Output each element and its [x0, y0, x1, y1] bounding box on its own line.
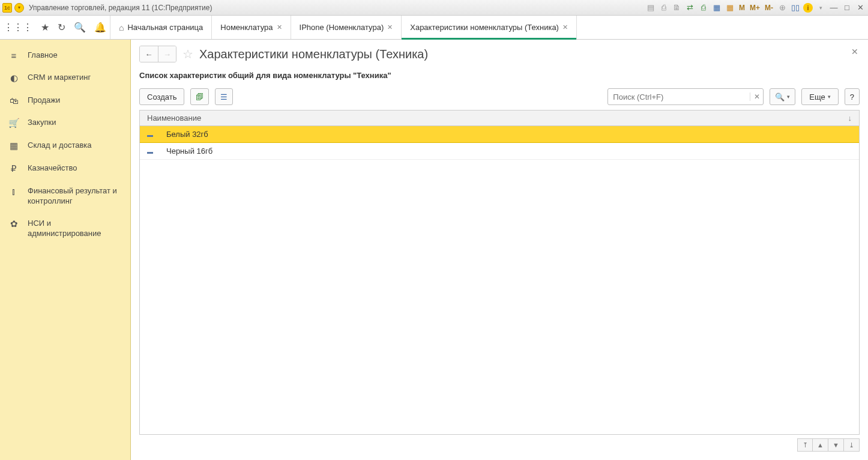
- scroll-down-button[interactable]: ▼: [828, 438, 844, 452]
- forward-button[interactable]: →: [158, 46, 176, 62]
- sidebar-item[interactable]: ▦Склад и доставка: [0, 135, 130, 157]
- sidebar-item-label: Продажи: [28, 95, 60, 106]
- column-name-header: Наименование: [147, 113, 848, 123]
- sidebar-item-label: НСИ и администрирование: [28, 219, 122, 239]
- sidebar-item-icon: 🛍: [8, 95, 19, 106]
- sidebar-item-icon: ≡: [8, 50, 19, 61]
- close-window-button[interactable]: ✕: [855, 2, 866, 13]
- notifications-icon[interactable]: 🔔: [94, 22, 106, 33]
- sidebar-item-icon: ⫿: [8, 186, 19, 196]
- close-page-button[interactable]: ✕: [851, 47, 858, 56]
- sidebar-item[interactable]: ✿НСИ и администрирование: [0, 213, 130, 245]
- scroll-up-button[interactable]: ▲: [813, 438, 828, 452]
- tab-close-icon[interactable]: ✕: [562, 23, 568, 31]
- print2-icon[interactable]: ⎙: [698, 2, 709, 13]
- page-subtitle: Список характеристик общий для вида номе…: [139, 71, 860, 80]
- calendar-icon[interactable]: ▦: [725, 2, 735, 13]
- tab-close-icon[interactable]: ✕: [277, 23, 282, 31]
- tab[interactable]: Характеристики номенклатуры (Техника)✕: [402, 16, 577, 39]
- sidebar-item-label: Склад и доставка: [28, 141, 92, 151]
- home-icon: ⌂: [119, 23, 124, 32]
- nav-icons: ⋮⋮⋮ ★ ↻ 🔍 🔔: [0, 16, 110, 39]
- app-logo-icon: 1c: [2, 3, 12, 13]
- more-button[interactable]: Еще ▾: [801, 88, 838, 105]
- sidebar-item[interactable]: ⫿Финансовый результат и контроллинг: [0, 180, 130, 213]
- panels-icon[interactable]: ▯▯: [790, 2, 801, 13]
- search-box: ✕: [607, 88, 764, 105]
- document-icon[interactable]: 🗎: [672, 2, 683, 13]
- tab-label: Номенклатура: [220, 23, 273, 32]
- m-minus-button[interactable]: M-: [764, 2, 774, 13]
- sidebar-item[interactable]: ◐CRM и маркетинг: [0, 67, 130, 89]
- sidebar: ≡Главное◐CRM и маркетинг🛍Продажи🛒Закупки…: [0, 40, 131, 460]
- favorite-page-icon[interactable]: ☆: [182, 47, 193, 61]
- favorite-icon[interactable]: ★: [41, 22, 49, 33]
- maximize-button[interactable]: □: [842, 2, 852, 13]
- tab[interactable]: ⌂Начальная страница: [110, 16, 212, 39]
- calculator-icon[interactable]: ▦: [711, 2, 722, 13]
- sidebar-item-icon: 🛒: [8, 118, 19, 129]
- page-header: ← → ☆ Характеристики номенклатуры (Техни…: [139, 46, 860, 62]
- sidebar-item-icon: ✿: [8, 219, 19, 229]
- create-button-label: Создать: [147, 92, 176, 101]
- m-button[interactable]: M: [738, 2, 746, 13]
- info-icon[interactable]: i: [803, 3, 813, 13]
- scroll-bottom-button[interactable]: ⤓: [844, 438, 860, 452]
- table-row[interactable]: Черный 16гб: [140, 143, 859, 160]
- table-header[interactable]: Наименование ↓: [140, 110, 859, 126]
- copy-button[interactable]: 🗐: [190, 88, 209, 105]
- create-button[interactable]: Создать: [139, 88, 184, 105]
- content-area: ✕ ← → ☆ Характеристики номенклатуры (Тех…: [131, 40, 868, 460]
- tab-label: IPhone (Номенклатура): [300, 23, 384, 32]
- back-button[interactable]: ←: [140, 46, 158, 62]
- page-title: Характеристики номенклатуры (Техника): [199, 47, 428, 61]
- tab[interactable]: Номенклатура✕: [212, 16, 291, 39]
- sidebar-item[interactable]: ₽Казначейство: [0, 157, 130, 180]
- table-row[interactable]: Белый 32гб: [140, 126, 859, 143]
- row-item-icon: [147, 131, 161, 138]
- table-nav-footer: ⤒ ▲ ▼ ⤓: [139, 438, 860, 452]
- sidebar-item-icon: ▦: [8, 141, 19, 151]
- sidebar-item-icon: ₽: [8, 163, 19, 174]
- minimize-button[interactable]: —: [828, 2, 839, 13]
- help-button-label: ?: [850, 92, 854, 101]
- tab-label: Характеристики номенклатуры (Техника): [410, 23, 559, 32]
- row-name-cell: Черный 16гб: [161, 147, 852, 156]
- tab-close-icon[interactable]: ✕: [387, 23, 393, 31]
- search-icon[interactable]: 🔍: [74, 22, 86, 33]
- help-button[interactable]: ?: [845, 88, 860, 105]
- sort-indicator-icon: ↓: [848, 113, 852, 123]
- print-icon[interactable]: ⎙: [659, 2, 669, 13]
- search-input[interactable]: [608, 92, 750, 101]
- sidebar-item-label: Главное: [28, 50, 58, 61]
- sidebar-item-icon: ◐: [8, 73, 19, 83]
- tab-bar: ⋮⋮⋮ ★ ↻ 🔍 🔔 ⌂Начальная страницаНоменклат…: [0, 16, 868, 40]
- zoom-icon[interactable]: ⊕: [777, 2, 788, 13]
- history-icon[interactable]: ↻: [58, 22, 65, 33]
- nav-back-forward: ← →: [139, 46, 176, 62]
- scroll-top-button[interactable]: ⤒: [797, 438, 813, 452]
- sidebar-item-label: CRM и маркетинг: [28, 73, 91, 83]
- apps-grid-icon[interactable]: ⋮⋮⋮: [4, 22, 32, 33]
- tab-label: Начальная страница: [127, 23, 203, 32]
- window-title: Управление торговлей, редакция 11 (1С:Пр…: [29, 4, 645, 12]
- table-body: Белый 32гбЧерный 16гб: [140, 126, 859, 434]
- sidebar-item-label: Финансовый результат и контроллинг: [28, 186, 122, 207]
- more-button-label: Еще: [809, 92, 825, 101]
- info-caret-icon[interactable]: ▾: [815, 2, 826, 13]
- sidebar-item[interactable]: 🛍Продажи: [0, 89, 130, 112]
- search-menu-button[interactable]: 🔍▾: [770, 88, 795, 105]
- clear-search-button[interactable]: ✕: [750, 92, 763, 101]
- sidebar-item-label: Закупки: [28, 118, 56, 128]
- m-plus-button[interactable]: M+: [749, 2, 761, 13]
- sidebar-item[interactable]: 🛒Закупки: [0, 112, 130, 135]
- sidebar-item[interactable]: ≡Главное: [0, 44, 130, 67]
- app-menu-dropdown[interactable]: ▾: [14, 3, 24, 13]
- tabs: ⌂Начальная страницаНоменклатура✕IPhone (…: [110, 16, 577, 39]
- row-name-cell: Белый 32гб: [161, 130, 852, 139]
- compare-icon[interactable]: ⇄: [685, 2, 696, 13]
- tool-icon-1[interactable]: ▤: [645, 2, 656, 13]
- tab[interactable]: IPhone (Номенклатура)✕: [291, 16, 402, 39]
- list-button[interactable]: ☰: [215, 88, 233, 105]
- sidebar-item-label: Казначейство: [28, 163, 77, 174]
